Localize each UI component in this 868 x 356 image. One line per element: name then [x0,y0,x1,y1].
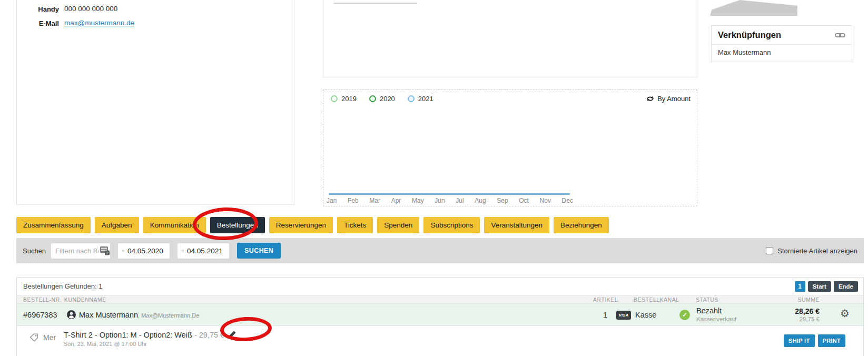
month-label: Mar [369,197,380,204]
contact-card: Handy 000 000 000 000 E-Mail max@musterm… [16,0,294,205]
cancelled-items-checkbox[interactable] [766,247,773,254]
linked-contact[interactable]: Max Mustermann [712,45,852,62]
legend-item-2019[interactable]: 2019 [331,95,357,103]
orders-chart-card: 2019 2020 2021 By Amount Jan Feb [323,90,697,206]
customer-email: , Max@Mustermann.De [138,312,199,319]
order-item-row: Mer T-Shirt 2 - Option1: M - Option2: We… [17,326,863,356]
upper-panel-card [323,0,697,77]
chart-series-2021-line [329,193,570,195]
col-bestell-nr: BESTELL-NR. [23,296,62,303]
page-1-button[interactable]: 1 [795,281,805,292]
gear-icon[interactable]: ⚙ [840,308,850,319]
search-button[interactable]: SUCHEN [237,243,281,259]
month-label: Dec [562,197,573,204]
chart-legend: 2019 2020 2021 [331,95,433,103]
print-button[interactable]: PRINT [818,334,846,347]
tab-beziehungen[interactable]: Beziehungen [554,217,609,233]
month-label: Jan [327,197,337,204]
image-placeholder-shape [710,0,797,16]
item-title-line: T-Shirt 2 - Option1: M - Option2: Weiß -… [64,330,236,340]
tab-aufgaben[interactable]: Aufgaben [95,217,139,233]
col-artikel: ARTIKEL [593,296,617,303]
col-summe: SUMME [797,296,820,303]
legend-dot-2019-icon [331,95,338,102]
by-amount-label: By Amount [657,95,691,103]
results-card: Bestellungen Gefunden: 1 1 Start Ende BE… [16,277,864,356]
month-label: Sep [497,197,508,204]
month-label: Nov [540,197,551,204]
pagination: 1 Start Ende [795,281,858,292]
tab-spenden[interactable]: Spenden [377,217,419,233]
tab-kommunikation[interactable]: Kommunikation [143,217,206,233]
tab-tickets[interactable]: Tickets [337,217,373,233]
page: Handy 000 000 000 000 E-Mail max@musterm… [0,0,868,356]
by-amount-toggle[interactable]: By Amount [646,95,691,103]
month-label: Feb [348,197,359,204]
cancelled-items-filter: Stornierte Artikel anzeigen [766,247,857,255]
person-icon [67,310,76,321]
calendar-icon [122,248,124,254]
col-kundenname: KUNDENNAME [64,296,106,303]
links-panel: Verknüpfungen Max Mustermann [711,25,852,62]
order-row[interactable]: #6967383 Max Mustermann, Max@Mustermann.… [17,304,863,326]
date-to-field[interactable] [177,243,229,259]
legend-label-2021: 2021 [418,95,433,103]
legend-dot-2021-icon [408,95,415,102]
tag-icon [29,333,38,344]
chart-x-axis: Jan Feb Mar Apr May Jun Jul Aug Sep Oct … [327,197,573,204]
calendar-icon [182,248,184,254]
paid-check-icon: ✓ [679,310,690,320]
col-status: STATUS [696,296,718,303]
email-link[interactable]: max@mustermann.de [64,19,134,27]
tab-zusammenfassung[interactable]: Zusammenfassung [16,217,91,233]
customer-name: Max Mustermann, Max@Mustermann.De [79,311,199,319]
legend-item-2021[interactable]: 2021 [408,95,433,103]
filter-bar: Suchen 2 [16,238,864,263]
date-from-input[interactable] [127,247,165,255]
keyboard-extension-icon[interactable]: 2 [100,246,110,258]
order-total-sub: 29,75 € [800,316,820,322]
legend-dot-2020-icon [369,95,376,102]
month-label: Jun [435,197,445,204]
pagination-start-button[interactable]: Start [808,281,831,292]
edit-pencil-icon[interactable] [228,330,236,340]
date-from-field[interactable] [118,243,170,259]
phone-value: 000 000 000 000 [64,5,117,13]
order-status: Bezahlt [696,306,722,315]
link-chain-icon [835,32,845,38]
filter-input-wrap: 2 [51,243,110,259]
month-label: Oct [519,197,529,204]
search-label: Suchen [23,247,46,255]
ship-it-button[interactable]: SHIP IT [784,334,814,347]
tab-reservierungen[interactable]: Reservierungen [269,217,333,233]
tab-bar: Zusammenfassung Aufgaben Kommunikation B… [16,217,609,233]
item-tag-label: Mer [43,333,56,342]
refresh-icon [646,95,654,102]
order-number: #6967383 [23,311,57,319]
tab-subscriptions[interactable]: Subscriptions [423,217,480,233]
order-total: 28,26 € [795,307,820,315]
legend-item-2020[interactable]: 2020 [369,95,395,103]
col-bestellkanal: BESTELLKANAL [634,296,679,303]
results-summary-row: Bestellungen Gefunden: 1 1 Start Ende [17,278,863,295]
customer-name-text: Max Mustermann [79,311,138,319]
legend-label-2019: 2019 [341,95,357,103]
visa-card-icon: VISA [616,311,631,320]
tab-veranstaltungen[interactable]: Veranstaltungen [484,217,549,233]
date-to-input[interactable] [187,247,225,255]
month-label: May [412,197,424,204]
month-label: Apr [391,197,401,204]
order-status-sub: Kassenverkauf [696,316,736,322]
item-price: - 29,75 € [194,331,224,339]
pagination-end-button[interactable]: Ende [834,281,858,292]
table-header-row: BESTELL-NR. KUNDENNAME ARTIKEL BESTELLKA… [17,295,863,304]
item-action-buttons: SHIP IT PRINT [784,334,845,347]
tab-bestellungen[interactable]: Bestellungen [210,217,265,233]
links-panel-header: Verknüpfungen [712,26,852,45]
results-found-label: Bestellungen Gefunden: 1 [23,282,102,290]
order-articles-count: 1 [593,311,617,319]
phone-label: Handy [23,5,59,13]
item-datetime: Son, 23. Mai, 2021 @ 17:00 Uhr [64,341,147,347]
panel-divider [334,3,417,4]
cancelled-items-label: Stornierte Artikel anzeigen [777,247,857,255]
